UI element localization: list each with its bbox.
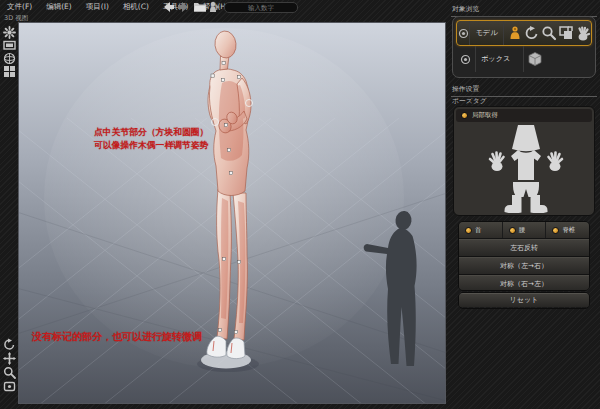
toggle-spine-label: 脊椎 xyxy=(562,226,575,235)
forward-arrow-icon[interactable] xyxy=(177,1,190,13)
model-tools xyxy=(504,25,591,41)
menu-camera[interactable]: 相机(C) xyxy=(116,2,156,12)
mirror-left-to-right-button[interactable]: 对称（左→右） xyxy=(459,257,589,275)
back-arrow-icon[interactable] xyxy=(162,1,175,13)
annotation-joints-line2: 可以像操作木偶一样调节姿势 xyxy=(94,139,208,152)
app-window: 文件(F) 编辑(E) 项目(I) 相机(C) 工具(T) 帮助(H) 3D 视… xyxy=(0,0,600,409)
cube-icon[interactable] xyxy=(527,51,543,67)
right-boot-part-icon xyxy=(531,195,548,213)
menu-edit[interactable]: 编辑(E) xyxy=(39,2,79,12)
reset-button[interactable]: リセット xyxy=(459,293,589,307)
object-label-box: ボックス xyxy=(476,46,524,72)
toggle-spine[interactable]: 脊椎 xyxy=(546,222,589,238)
orange-toggle-icon xyxy=(509,227,516,234)
render-settings-icon[interactable] xyxy=(3,26,16,39)
menu-file[interactable]: 文件(F) xyxy=(0,2,39,12)
open-folder-icon[interactable] xyxy=(193,1,206,13)
toggle-waist-label: 腰 xyxy=(519,226,526,235)
pose-tag-panel: 局部取得 xyxy=(453,106,595,216)
pose-tag-header-label: 局部取得 xyxy=(472,111,498,120)
screen-view-icon[interactable] xyxy=(3,39,16,52)
toggle-neck[interactable]: 首 xyxy=(459,222,503,238)
move-tool-icon[interactable] xyxy=(558,25,574,41)
object-browser: モデル xyxy=(452,16,596,78)
pan-camera-icon[interactable] xyxy=(3,352,16,365)
pose-tag-header[interactable]: 局部取得 xyxy=(456,109,592,122)
frame-view-icon[interactable] xyxy=(3,380,16,393)
number-input[interactable] xyxy=(224,2,298,13)
rotate-tool-icon[interactable] xyxy=(524,25,540,41)
right-panel: 对象浏览 モデル xyxy=(448,0,600,409)
orange-toggle-icon xyxy=(465,227,472,234)
object-label-model: モデル xyxy=(470,21,504,45)
toggle-waist[interactable]: 腰 xyxy=(503,222,547,238)
body-part-selector[interactable] xyxy=(456,123,596,213)
quad-view-icon[interactable] xyxy=(3,65,16,78)
doll-pose-tool-icon[interactable] xyxy=(507,25,523,41)
skirt-part-icon xyxy=(512,125,540,151)
globe-view-icon[interactable] xyxy=(3,52,16,65)
left-toolbar xyxy=(0,22,18,409)
visibility-eye-icon[interactable] xyxy=(457,21,470,45)
3d-scene[interactable] xyxy=(19,23,446,404)
rotate-camera-icon[interactable] xyxy=(3,338,16,351)
annotation-rotate-hint: 没有标记的部分，也可以进行旋转微调 xyxy=(32,331,202,344)
mirror-right-to-left-button[interactable]: 对称（右→左） xyxy=(459,275,589,291)
3d-viewport[interactable]: 点中关节部分（方块和圆圈） 可以像操作木偶一样调节姿势 没有标记的部分，也可以进… xyxy=(18,22,446,404)
object-row-box[interactable]: ボックス xyxy=(456,46,592,72)
toggle-neck-label: 首 xyxy=(475,226,482,235)
hand-tool-icon[interactable] xyxy=(575,25,591,41)
zoom-camera-icon[interactable] xyxy=(3,366,16,379)
visibility-eye-icon[interactable] xyxy=(456,46,476,72)
annotation-joints: 点中关节部分（方块和圆圈） 可以像操作木偶一样调节姿势 xyxy=(94,126,208,151)
tab-3d-view[interactable]: 3D 视图 xyxy=(4,14,28,22)
flip-horizontal-button[interactable]: 左右反转 xyxy=(459,239,589,257)
left-boot-part-icon xyxy=(505,195,522,213)
orange-toggle-icon xyxy=(552,227,559,234)
orange-toggle-icon xyxy=(461,112,468,119)
shirt-part-icon xyxy=(511,150,541,180)
mirror-panel: 首 腰 脊椎 左右反转 对称（左→右） 对称（右→左） xyxy=(458,221,590,291)
box-tools xyxy=(524,51,543,67)
shorts-part-icon xyxy=(513,182,539,197)
reset-panel: リセット xyxy=(458,292,590,309)
annotation-joints-line1: 点中关节部分（方块和圆圈） xyxy=(94,126,208,139)
menu-project[interactable]: 项目(I) xyxy=(79,2,116,12)
object-row-model[interactable]: モデル xyxy=(456,20,592,46)
left-hand-part-icon xyxy=(490,153,504,172)
export-doll-icon[interactable] xyxy=(208,1,221,13)
right-hand-part-icon xyxy=(549,153,563,172)
zoom-tool-icon[interactable] xyxy=(541,25,557,41)
pose-tag-title: ポーズタグ xyxy=(452,96,487,106)
mirror-anchor-toggles: 首 腰 脊椎 xyxy=(459,222,589,239)
